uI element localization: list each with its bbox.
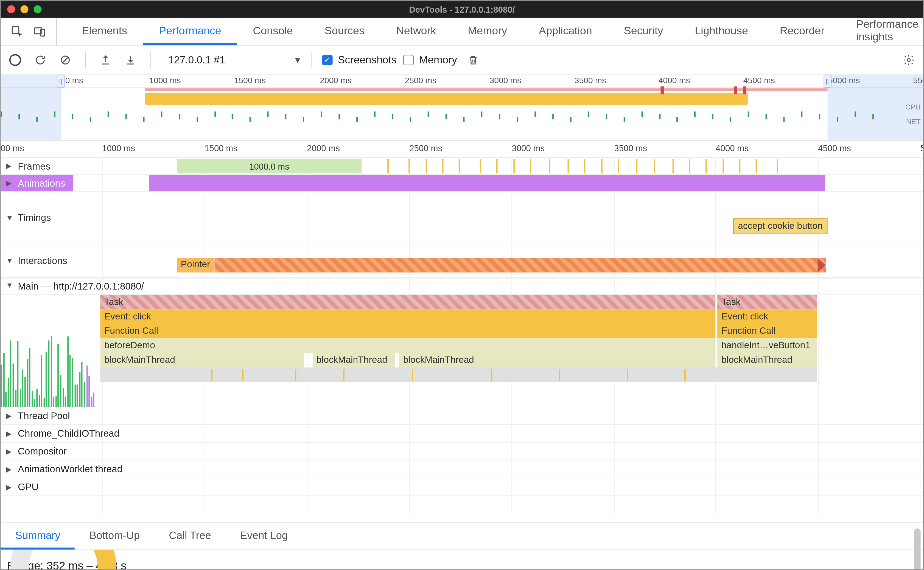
- tab-security[interactable]: Security: [608, 18, 679, 45]
- screenshots-label: Screenshots: [338, 54, 397, 66]
- inspect-element-icon[interactable]: [6, 18, 29, 45]
- track-interactions-label: Interactions: [18, 255, 67, 265]
- overview-tick: 2500 ms: [405, 76, 436, 85]
- maximize-window-icon[interactable]: [34, 5, 42, 13]
- timing-marker[interactable]: accept cookie button: [733, 218, 827, 234]
- bottom-tab-bottom-up[interactable]: Bottom-Up: [75, 523, 155, 549]
- tab-application[interactable]: Application: [523, 18, 608, 45]
- tab-performance-insights[interactable]: Performance insights: [840, 18, 924, 45]
- overview-net-label: NET: [905, 114, 921, 129]
- flame-cell[interactable]: Task: [100, 295, 716, 310]
- flame-cell[interactable]: handleInt…veButton1: [717, 339, 817, 353]
- bottom-tab-call-tree[interactable]: Call Tree: [154, 523, 226, 549]
- bottom-tab-event-log[interactable]: Event Log: [226, 523, 302, 549]
- ruler-tick: 1500 ms: [204, 143, 238, 153]
- target-select[interactable]: 127.0.0.1 #1: [162, 54, 300, 66]
- track-frames-label: Frames: [18, 161, 50, 171]
- summary-donut-chart: [7, 550, 120, 570]
- overview-cpu-label: CPU: [905, 100, 921, 114]
- summary-range: Range: 352 ms – 4.83 s: [7, 559, 916, 570]
- track-compositor[interactable]: ▶Compositor: [0, 443, 923, 461]
- screenshots-checkbox[interactable]: ✓ Screenshots: [322, 54, 397, 66]
- track-interactions[interactable]: ▼Interactions Pointer: [0, 244, 923, 278]
- device-toolbar-icon[interactable]: [28, 18, 51, 45]
- track-animations[interactable]: ▶Animations: [0, 175, 923, 192]
- track-frames[interactable]: ▶Frames 1000.0 ms: [0, 158, 923, 175]
- overview-tick: 2000 ms: [320, 76, 351, 85]
- tab-elements[interactable]: Elements: [66, 18, 143, 45]
- interaction-pointer-bar[interactable]: [215, 258, 826, 273]
- flame-cell[interactable]: Task: [717, 295, 817, 310]
- flame-chart-ruler[interactable]: 00 ms1000 ms1500 ms2000 ms2500 ms3000 ms…: [0, 141, 923, 158]
- flame-chart-tracks[interactable]: ▶Frames 1000.0 ms ▶Animations ▼Timings a…: [0, 158, 923, 522]
- summary-panel: Range: 352 ms – 4.83 s 3500 ms Scripting: [0, 550, 923, 570]
- flame-cell[interactable]: blockMainThread: [399, 353, 716, 368]
- tab-network[interactable]: Network: [380, 18, 452, 45]
- overview-handle-left[interactable]: [57, 75, 64, 88]
- overview-handle-right[interactable]: [823, 75, 831, 88]
- svg-point-9: [20, 550, 107, 570]
- flame-cell[interactable]: Event: click: [100, 309, 716, 324]
- memory-checkbox[interactable]: Memory: [403, 54, 457, 66]
- flame-cell[interactable]: beforeDemo: [100, 339, 716, 353]
- upload-profile-icon[interactable]: [97, 51, 115, 69]
- download-profile-icon[interactable]: [121, 51, 140, 69]
- reload-button[interactable]: [31, 51, 49, 69]
- close-window-icon[interactable]: [7, 5, 15, 13]
- tab-performance[interactable]: Performance: [143, 18, 237, 45]
- frame-bar[interactable]: 1000.0 ms: [177, 159, 362, 173]
- track-animationworklet-thread[interactable]: ▶AnimationWorklet thread: [0, 461, 923, 478]
- flask-icon: [922, 24, 924, 37]
- checkbox-checked-icon: ✓: [322, 54, 333, 65]
- interaction-pointer-label: Pointer: [177, 258, 214, 273]
- tab-recorder[interactable]: Recorder: [764, 18, 841, 45]
- tab-lighthouse[interactable]: Lighthouse: [679, 18, 764, 45]
- overview-tick: 4000 ms: [659, 76, 690, 85]
- timeline-overview[interactable]: 0 ms1000 ms1500 ms2000 ms2500 ms3000 ms3…: [0, 75, 923, 141]
- bottom-tab-summary[interactable]: Summary: [0, 523, 75, 549]
- memory-label: Memory: [419, 54, 457, 66]
- scrollbar-thumb[interactable]: [914, 529, 921, 570]
- track-timings[interactable]: ▼Timings accept cookie button: [0, 192, 923, 244]
- overview-tick: 3500 ms: [575, 76, 606, 85]
- flame-cell[interactable]: [100, 368, 817, 382]
- overview-tick: 4500 ms: [743, 76, 775, 85]
- minimize-window-icon[interactable]: [21, 5, 29, 13]
- ruler-tick: 3000 ms: [512, 143, 545, 153]
- overview-tick: 1500 ms: [234, 76, 266, 85]
- devtools-tabbar: ElementsPerformanceConsoleSourcesNetwork…: [0, 18, 923, 46]
- flame-cell[interactable]: blockMainThread: [717, 353, 817, 368]
- panel-settings-gear-icon[interactable]: [899, 51, 918, 69]
- performance-controls: 127.0.0.1 #1 ✓ Screenshots Memory: [0, 46, 923, 75]
- ruler-tick: 50: [921, 143, 924, 153]
- ruler-tick: 4500 ms: [818, 143, 851, 153]
- flame-cell[interactable]: blockMainThread: [313, 353, 395, 368]
- window-title: DevTools - 127.0.0.1:8080/: [409, 5, 515, 14]
- tab-console[interactable]: Console: [237, 18, 309, 45]
- track-timings-label: Timings: [18, 212, 51, 222]
- garbage-collect-icon[interactable]: [464, 51, 482, 69]
- tab-sources[interactable]: Sources: [309, 18, 380, 45]
- overview-tick: 1000 ms: [149, 76, 181, 85]
- ruler-tick: 2500 ms: [409, 143, 442, 153]
- flame-cell[interactable]: blockMainThread: [100, 353, 304, 368]
- ruler-tick: 2000 ms: [307, 143, 340, 153]
- track-thread-pool[interactable]: ▶Thread Pool: [0, 407, 923, 425]
- clear-button[interactable]: [56, 51, 74, 69]
- track-main[interactable]: ▼ Main — http://127.0.0.1:8080/ TaskTask…: [0, 278, 923, 407]
- flame-cell[interactable]: Function Call: [717, 324, 817, 339]
- ruler-tick: 3500 ms: [614, 143, 647, 153]
- track-gpu[interactable]: ▶GPU: [0, 478, 923, 496]
- overview-tick: 3000 ms: [490, 76, 521, 85]
- target-select-value: 127.0.0.1 #1: [168, 54, 225, 66]
- ruler-tick: 4000 ms: [716, 143, 749, 153]
- flame-cell[interactable]: Event: click: [717, 309, 817, 324]
- track-chrome-childiothread[interactable]: ▶Chrome_ChildIOThread: [0, 425, 923, 443]
- tab-memory[interactable]: Memory: [452, 18, 523, 45]
- flame-cell[interactable]: Function Call: [100, 324, 716, 339]
- ruler-tick: 1000 ms: [102, 143, 135, 153]
- record-button[interactable]: [6, 51, 25, 69]
- svg-rect-2: [41, 29, 44, 36]
- svg-point-8: [907, 58, 910, 61]
- ruler-tick: 00 ms: [0, 143, 24, 153]
